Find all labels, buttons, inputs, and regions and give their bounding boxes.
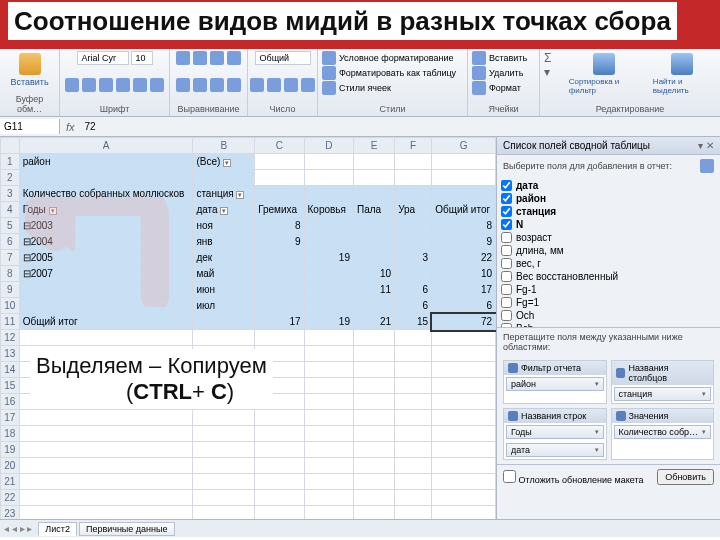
field-pane-title: Список полей сводной таблицы [503, 140, 650, 151]
merge-icon[interactable] [227, 78, 241, 92]
layout-icon[interactable] [700, 159, 714, 173]
sort-filter-button[interactable]: Сортировка и фильтр [565, 51, 643, 97]
sigma-icon [616, 411, 626, 421]
formula-bar: G11 fx 72 [0, 117, 720, 137]
filter-icon [508, 363, 518, 373]
excel-window: Вставить Буфер обм… Arial Cyr 10 Шрифт В… [0, 49, 720, 537]
fill-color-icon[interactable] [133, 78, 147, 92]
pill-col: станция▾ [614, 387, 712, 401]
italic-icon[interactable] [82, 78, 96, 92]
ribbon: Вставить Буфер обм… Arial Cyr 10 Шрифт В… [0, 49, 720, 117]
slide-title-band: Соотношение видов мидий в разных точках … [0, 0, 720, 49]
drop-values[interactable]: Значения Количество собр…▾ [611, 408, 715, 460]
field-list-item[interactable]: дата [501, 179, 716, 192]
cond-format-icon [322, 51, 336, 65]
sort-icon [593, 53, 615, 75]
drop-row-labels[interactable]: Названия строк Годы▾ дата▾ [503, 408, 607, 460]
grid[interactable]: A B C D E F G 1район(Все) ▾ 2 3Количеств… [0, 137, 496, 519]
align-tc-icon[interactable] [193, 51, 207, 65]
field-list-item[interactable]: длина, мм [501, 244, 716, 257]
percent-icon[interactable] [267, 78, 281, 92]
insert-cells-button[interactable]: Вставить [472, 51, 527, 65]
field-list-item[interactable]: Fg=1 [501, 296, 716, 309]
field-list-item[interactable]: станция [501, 205, 716, 218]
pill-val: Количество собр…▾ [614, 425, 712, 439]
rows-icon [508, 411, 518, 421]
align-tl-icon[interactable] [176, 51, 190, 65]
comma-icon[interactable] [284, 78, 298, 92]
align-bc-icon[interactable] [193, 78, 207, 92]
field-list-item[interactable]: Fg-1 [501, 283, 716, 296]
col-dropdown-icon[interactable]: ▾ [236, 191, 244, 199]
status-bar: ◂ ◂ ▸ ▸ Лист2 Первичные данные [0, 519, 720, 537]
styles-icon [322, 81, 336, 95]
cell-styles-button[interactable]: Стили ячеек [322, 81, 391, 95]
table-icon [322, 66, 336, 80]
delete-cells-button[interactable]: Удалить [472, 66, 523, 80]
pill-filter: район▾ [506, 377, 604, 391]
row-dropdown-icon[interactable]: ▾ [49, 207, 57, 215]
formula-value[interactable]: 72 [81, 119, 100, 134]
font-color-icon[interactable] [150, 78, 164, 92]
paste-button[interactable]: Вставить [6, 51, 52, 89]
font-size-select[interactable]: 10 [131, 51, 153, 65]
drop-report-filter[interactable]: Фильтр отчета район▾ [503, 360, 607, 404]
format-table-button[interactable]: Форматировать как таблицу [322, 66, 456, 80]
name-box[interactable]: G11 [0, 119, 60, 134]
field-list-item[interactable]: вес, г [501, 257, 716, 270]
number-format-select[interactable]: Общий [255, 51, 311, 65]
insert-icon [472, 51, 486, 65]
cond-format-button[interactable]: Условное форматирование [322, 51, 454, 65]
wrap-icon[interactable] [227, 51, 241, 65]
pill-row-0: Годы▾ [506, 425, 604, 439]
fx-icon[interactable]: fx [60, 121, 81, 133]
worksheet[interactable]: A B C D E F G 1район(Все) ▾ 2 3Количеств… [0, 137, 496, 519]
border-icon[interactable] [116, 78, 130, 92]
sheet-tab-1[interactable]: Лист2 [38, 522, 77, 536]
delete-icon [472, 66, 486, 80]
format-cells-button[interactable]: Формат [472, 81, 521, 95]
find-icon [671, 53, 693, 75]
filter-dropdown-icon[interactable]: ▾ [223, 159, 231, 167]
field-list-item[interactable]: Och [501, 309, 716, 322]
align-bl-icon[interactable] [176, 78, 190, 92]
annotation-text: Выделяем – Копируем (CTRL+ C) [30, 349, 273, 409]
format-icon [472, 81, 486, 95]
align-br-icon[interactable] [210, 78, 224, 92]
currency-icon[interactable] [250, 78, 264, 92]
field-list-item[interactable]: N [501, 218, 716, 231]
align-tr-icon[interactable] [210, 51, 224, 65]
field-list-item[interactable]: возраст [501, 231, 716, 244]
close-icon[interactable]: ▾ ✕ [698, 140, 714, 151]
field-list-item[interactable]: Вес восстановленный [501, 270, 716, 283]
field-list-item[interactable]: район [501, 192, 716, 205]
date-dropdown-icon[interactable]: ▾ [220, 207, 228, 215]
field-list[interactable]: датарайонстанцияNвозрастдлина, ммвес, гВ… [497, 177, 720, 327]
update-button[interactable]: Обновить [657, 469, 714, 485]
sheet-tab-2[interactable]: Первичные данные [79, 522, 175, 536]
find-select-button[interactable]: Найти и выделить [649, 51, 716, 97]
drop-column-labels[interactable]: Названия столбцов станция▾ [611, 360, 715, 404]
inc-dec-icon[interactable] [301, 78, 315, 92]
pill-row-1: дата▾ [506, 443, 604, 457]
slide-title: Соотношение видов мидий в разных точках … [8, 2, 677, 40]
columns-icon [616, 368, 626, 378]
pivot-field-pane: Список полей сводной таблицы ▾ ✕ Выберит… [496, 137, 720, 519]
paste-icon [19, 53, 41, 75]
bold-icon[interactable] [65, 78, 79, 92]
font-name-select[interactable]: Arial Cyr [77, 51, 129, 65]
defer-update-checkbox[interactable]: Отложить обновление макета [503, 470, 644, 485]
underline-icon[interactable] [99, 78, 113, 92]
